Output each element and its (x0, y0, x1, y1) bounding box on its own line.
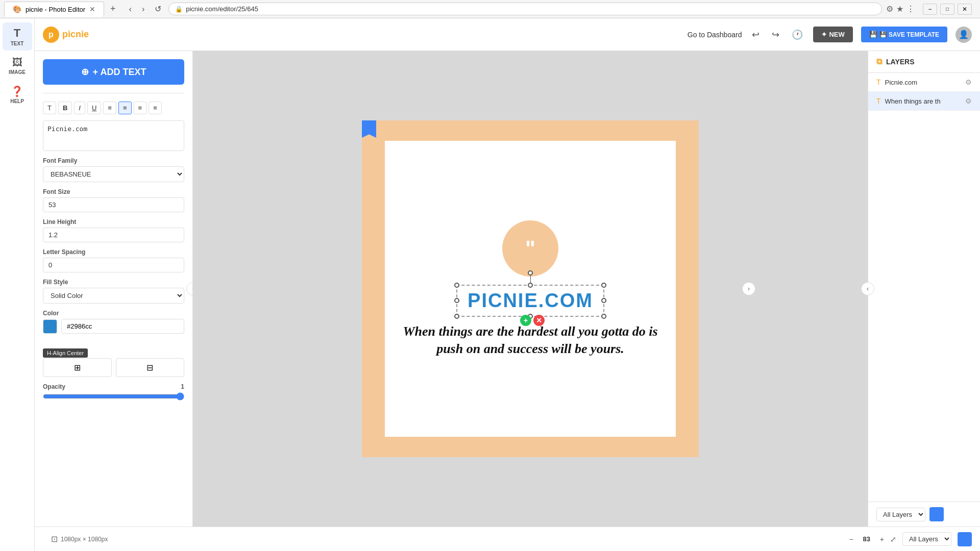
color-picker-row: #2986cc (43, 319, 184, 334)
canvas-background[interactable]: " (362, 120, 699, 457)
zoom-out-btn[interactable]: − (846, 534, 856, 544)
sidebar-item-image[interactable]: 🖼 IMAGE (3, 53, 32, 79)
line-height-input[interactable]: 1.2 (43, 228, 184, 242)
line-height-row: Line Height 1.2 (43, 218, 184, 242)
new-tab-btn[interactable]: + (108, 2, 118, 16)
canvas-quote-text[interactable]: When things are the hardest all you gott… (395, 323, 666, 358)
handle-top-left[interactable] (454, 283, 459, 288)
v-align-center-btn[interactable]: ⊟ (116, 358, 185, 377)
letter-spacing-input[interactable]: 0 (43, 258, 184, 272)
zoom-expand-btn[interactable]: ⤢ (890, 535, 896, 543)
browser-tab[interactable]: 🎨 picnie - Photo Editor ✕ (4, 2, 104, 17)
add-text-btn[interactable]: ⊕ + ADD TEXT (43, 59, 184, 85)
right-panel-collapse-btn[interactable]: › (742, 282, 755, 295)
plus-icon: ⊕ (81, 66, 89, 78)
letter-spacing-label: Letter Spacing (43, 248, 184, 256)
format-italic-btn[interactable]: I (74, 102, 85, 114)
line-height-label: Line Height (43, 218, 184, 226)
layer-item-1[interactable]: T Picnie.com ⚙ (868, 73, 980, 92)
layers-action-btn[interactable] (929, 507, 944, 521)
undo-btn[interactable]: ↩ (750, 27, 762, 42)
layers-panel-collapse-icon[interactable]: ‹ (861, 282, 874, 295)
format-align-left-btn[interactable]: ≡ (103, 102, 116, 114)
new-design-btn[interactable]: ✦ NEW (813, 27, 852, 42)
handle-mid-left[interactable] (454, 298, 459, 303)
handle-top-right[interactable] (601, 283, 606, 288)
quote-marks-icon: " (525, 236, 535, 261)
bottom-layers-btn[interactable] (958, 532, 972, 546)
app-container: T TEXT 🖼 IMAGE ❓ HELP p picnie Go to Das… (0, 18, 980, 551)
url-text: picnie.com/editor/25/645 (186, 5, 258, 13)
color-hex-input[interactable]: #2986cc (61, 319, 184, 334)
title-text-box[interactable]: PICNIE.COM + ✕ (456, 285, 604, 317)
browser-extension-icons: ⚙ ★ ⋮ (886, 4, 915, 14)
tab-title: picnie - Photo Editor (26, 6, 85, 13)
dashboard-link[interactable]: Go to Dashboard (688, 31, 742, 39)
format-align-center-btn[interactable]: ≡ (118, 102, 132, 114)
refresh-btn[interactable]: ↺ (152, 3, 164, 15)
layer-2-settings-icon[interactable]: ⚙ (965, 97, 972, 105)
new-label: NEW (829, 31, 844, 38)
add-element-bubble[interactable]: + (520, 315, 531, 326)
format-bold-btn[interactable]: B (58, 102, 72, 114)
format-align-justify-btn[interactable]: ≡ (149, 102, 162, 114)
font-size-input[interactable]: 53 (43, 197, 184, 212)
forward-btn[interactable]: › (139, 4, 148, 15)
minimize-btn[interactable]: − (923, 4, 937, 15)
format-align-right-btn[interactable]: ≡ (134, 102, 147, 114)
save-template-label: 💾 SAVE TEMPLATE (879, 31, 939, 38)
bookmark-icon: ★ (896, 4, 903, 14)
letter-spacing-row: Letter Spacing 0 (43, 248, 184, 272)
layer-item-2[interactable]: T When things are th ⚙ (868, 92, 980, 111)
tab-favicon: 🎨 (13, 5, 21, 13)
canvas-area: " (193, 51, 868, 527)
save-template-btn[interactable]: 💾 💾 SAVE TEMPLATE (861, 27, 947, 42)
handle-top-mid[interactable] (528, 283, 533, 288)
zoom-in-btn[interactable]: + (877, 534, 887, 544)
text-content-input[interactable]: Picnie.com (43, 120, 184, 151)
sidebar-item-help[interactable]: ❓ HELP (3, 81, 32, 108)
rotation-handle[interactable] (528, 270, 533, 276)
align-buttons-row: ⊞ ⊟ (43, 358, 184, 377)
fill-style-label: Fill Style (43, 279, 184, 286)
opacity-label: Opacity (43, 383, 65, 390)
zoom-controls: − 83 + ⤢ (846, 534, 896, 544)
zoom-value: 83 (860, 535, 874, 543)
tab-close-btn[interactable]: ✕ (89, 5, 95, 13)
address-bar[interactable]: 🔒 picnie.com/editor/25/645 (168, 3, 882, 15)
text-format-bar: T B I U ≡ ≡ ≡ ≡ (43, 102, 184, 114)
color-label: Color (43, 310, 184, 317)
sidebar-image-label: IMAGE (9, 69, 26, 75)
fill-style-select[interactable]: Solid Color (43, 288, 184, 304)
user-avatar[interactable]: 👤 (955, 27, 972, 43)
panel-collapse-btn[interactable]: ‹ (186, 282, 193, 295)
format-normal-btn[interactable]: T (43, 102, 56, 114)
handle-mid-right[interactable] (601, 298, 606, 303)
logo-text: picnie (62, 29, 89, 40)
color-swatch[interactable] (43, 319, 57, 334)
bottom-layers-select[interactable]: All Layers (902, 532, 951, 546)
maximize-btn[interactable]: □ (940, 4, 954, 15)
opacity-slider[interactable] (43, 392, 184, 400)
format-underline-btn[interactable]: U (87, 102, 101, 114)
remove-element-bubble[interactable]: ✕ (533, 315, 545, 326)
layer-1-settings-icon[interactable]: ⚙ (965, 78, 972, 86)
redo-btn[interactable]: ↪ (770, 27, 781, 42)
font-family-label: Font Family (43, 157, 184, 164)
logo-circle: p (43, 27, 59, 43)
sidebar-item-text[interactable]: T TEXT (3, 22, 32, 51)
handle-bottom-left[interactable] (454, 314, 459, 319)
history-btn[interactable]: 🕐 (790, 27, 805, 42)
save-icon: 💾 (869, 31, 877, 38)
tool-panel: ⊕ + ADD TEXT T B I U ≡ ≡ ≡ ≡ Picnie.com (35, 51, 193, 527)
layer-1-name: Picnie.com (885, 79, 961, 86)
handle-bottom-right[interactable] (601, 314, 606, 319)
close-btn[interactable]: ✕ (958, 4, 972, 15)
font-family-select[interactable]: BEBASNEUE (43, 166, 184, 182)
back-btn[interactable]: ‹ (126, 4, 135, 15)
opacity-row: Opacity 1 (43, 383, 184, 400)
font-family-row: Font Family BEBASNEUE (43, 157, 184, 182)
bottom-bar: ⊡ 1080px × 1080px − 83 + ⤢ All Layers (35, 527, 980, 551)
layers-select-dropdown[interactable]: All Layers (876, 508, 925, 521)
h-align-center-btn[interactable]: ⊞ (43, 358, 112, 377)
